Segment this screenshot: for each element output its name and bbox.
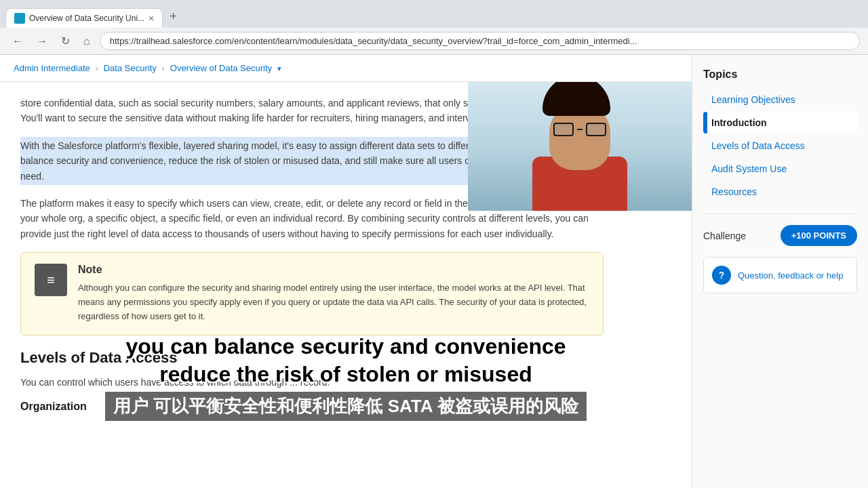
url-input[interactable] (100, 32, 860, 50)
help-text: Question, feedback or help (738, 270, 843, 281)
help-box[interactable]: ? Question, feedback or help (703, 257, 857, 293)
breadcrumb-sep-1: › (96, 64, 98, 73)
breadcrumb-item-2[interactable]: Data Security (104, 63, 157, 73)
breadcrumb-current[interactable]: Overview of Data Security ▾ (170, 63, 281, 73)
content-area: Admin Intermediate › Data Security › Ove… (0, 55, 692, 488)
note-content: Note Although you can configure the secu… (78, 264, 589, 323)
forward-button[interactable]: → (33, 33, 52, 50)
main-content: store confidential data, such as social … (0, 82, 692, 488)
tab-bar: Overview of Data Security Uni... × + (0, 0, 868, 28)
browser-chrome: Overview of Data Security Uni... × + ← →… (0, 0, 868, 55)
sidebar-item-resources[interactable]: Resources (703, 181, 857, 203)
tab-close-button[interactable]: × (149, 13, 154, 24)
section-heading: Levels of Data Access (20, 349, 604, 367)
challenge-button[interactable]: +100 POINTS (781, 225, 857, 246)
help-icon: ? (712, 266, 731, 285)
sidebar-divider (703, 214, 857, 214)
home-button[interactable]: ⌂ (79, 33, 94, 50)
webcam-overlay (468, 82, 692, 211)
sub-heading-organization: Organization (20, 401, 604, 413)
breadcrumb-sep-2: › (162, 64, 165, 73)
page-layout: Admin Intermediate › Data Security › Ove… (0, 55, 868, 488)
address-bar: ← → ↻ ⌂ (0, 28, 868, 54)
breadcrumb: Admin Intermediate › Data Security › Ove… (0, 55, 692, 82)
note-box: ≡ Note Although you can configure the se… (20, 252, 604, 335)
note-icon: ≡ (35, 264, 67, 296)
active-tab[interactable]: Overview of Data Security Uni... × (5, 8, 163, 28)
sidebar-item-introduction[interactable]: Introduction (703, 112, 857, 134)
back-button[interactable]: ← (8, 33, 27, 50)
note-text: Although you can configure the security … (78, 281, 589, 323)
tab-title: Overview of Data Security Uni... (29, 14, 144, 23)
breadcrumb-dropdown-icon: ▾ (277, 64, 281, 73)
sidebar-item-levels-data-access[interactable]: Levels of Data Access (703, 135, 857, 157)
note-title: Note (78, 264, 589, 276)
sidebar-challenge: Challenge +100 POINTS (703, 225, 857, 246)
tab-favicon (14, 13, 25, 24)
section-paragraph: You can control which users have access … (20, 375, 604, 390)
challenge-label: Challenge (703, 230, 746, 241)
new-tab-button[interactable]: + (163, 5, 184, 28)
sidebar-topics-title: Topics (703, 68, 857, 81)
breadcrumb-item-1[interactable]: Admin Intermediate (14, 63, 90, 73)
sidebar: Topics Learning Objectives Introduction … (692, 55, 868, 488)
sidebar-item-audit-system[interactable]: Audit System Use (703, 158, 857, 180)
sidebar-item-learning-objectives[interactable]: Learning Objectives (703, 89, 857, 110)
refresh-button[interactable]: ↻ (57, 32, 74, 50)
webcam-person (468, 82, 692, 211)
